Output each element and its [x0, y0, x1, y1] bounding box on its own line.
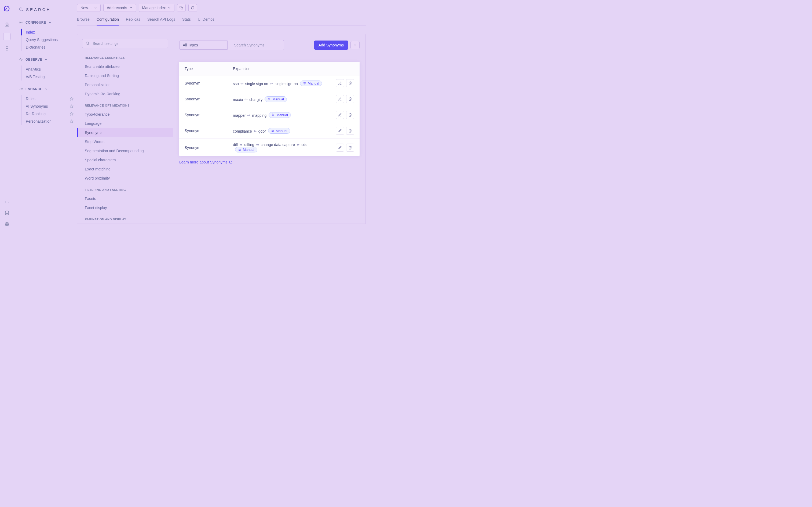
add-records-button[interactable]: Add records	[103, 4, 136, 12]
svg-point-41	[273, 130, 274, 131]
edit-button[interactable]	[336, 144, 344, 152]
sidebar-item-rules[interactable]: Rules	[21, 95, 77, 103]
synonyms-search-box[interactable]	[228, 40, 284, 50]
bidirectional-arrow-icon: ⇔	[240, 81, 244, 86]
settings-item[interactable]: Special characters	[77, 155, 173, 165]
icon-rail	[0, 0, 14, 233]
search-nav-icon[interactable]	[3, 33, 11, 40]
delete-button[interactable]	[346, 79, 354, 87]
svg-point-15	[86, 42, 89, 44]
settings-item[interactable]: Facet display	[77, 203, 173, 212]
section-enhance[interactable]: ENHANCE	[14, 84, 77, 94]
svg-point-5	[5, 211, 9, 212]
enhance-group: Rules AI Synonyms Re-Ranking Personaliza…	[21, 95, 77, 125]
home-icon[interactable]	[4, 21, 10, 27]
copy-button[interactable]	[177, 4, 186, 12]
settings-item[interactable]: Stop Words	[77, 137, 173, 146]
sidebar-item-dictionaries[interactable]: Dictionaries	[21, 44, 77, 51]
sidebar-item-reranking[interactable]: Re-Ranking	[21, 110, 77, 118]
divider	[179, 56, 360, 56]
search-icon	[19, 7, 24, 12]
edit-icon	[338, 97, 342, 101]
refresh-button[interactable]	[188, 4, 197, 12]
sidebar-item-personalization[interactable]: Personalization	[21, 118, 77, 125]
sliders-icon	[238, 148, 241, 151]
bidirectional-arrow-icon: ⇔	[256, 143, 259, 147]
data-icon[interactable]	[4, 210, 10, 216]
synonyms-search-input[interactable]	[234, 43, 281, 47]
settings-item[interactable]: Searchable attributes	[77, 62, 173, 71]
tab-replicas[interactable]: Replicas	[126, 17, 140, 25]
tab-search-api-logs[interactable]: Search API Logs	[147, 17, 175, 25]
settings-item[interactable]: Exact matching	[77, 165, 173, 174]
tab-browse[interactable]: Browse	[77, 17, 90, 25]
settings-item[interactable]: Dynamic Re-Ranking	[77, 90, 173, 99]
tab-ui-demos[interactable]: UI Demos	[198, 17, 215, 25]
section-observe[interactable]: OBSERVE	[14, 55, 77, 64]
edit-button[interactable]	[336, 111, 344, 119]
row-expansion: diff⇔diffing⇔change data capture⇔cdcManu…	[233, 143, 330, 153]
settings-group-title: FILTERING AND FACETING	[77, 183, 173, 194]
manual-badge: Manual	[235, 147, 257, 153]
settings-item[interactable]: Language	[77, 119, 173, 128]
section-label: ENHANCE	[25, 87, 42, 91]
svg-point-23	[305, 83, 305, 83]
edit-icon	[338, 81, 342, 85]
tab-stats[interactable]: Stats	[182, 17, 191, 25]
add-synonyms-dropdown[interactable]	[350, 41, 360, 49]
add-synonyms-button[interactable]: Add Synonyms	[314, 41, 348, 50]
recommend-icon[interactable]	[4, 46, 10, 52]
row-expansion: sso⇔single sign on⇔single sign-onManual	[233, 80, 330, 86]
sidebar-item-ai-synonyms[interactable]: AI Synonyms	[21, 103, 77, 110]
star-icon[interactable]	[70, 104, 73, 108]
settings-item[interactable]: Word proximity	[77, 174, 173, 183]
delete-button[interactable]	[346, 127, 354, 135]
type-filter-select[interactable]: All Types	[179, 41, 228, 50]
settings-item[interactable]: Facets	[77, 194, 173, 203]
table-row: Synonymmaxio⇔chargifyManual	[179, 91, 360, 107]
settings-group-title: RELEVANCE ESSENTIALS	[77, 51, 173, 62]
svg-point-35	[274, 115, 274, 115]
settings-item[interactable]: Personalization	[77, 80, 173, 90]
row-actions	[330, 95, 354, 103]
sidebar-item-ab-testing[interactable]: A/B Testing	[21, 73, 77, 80]
delete-button[interactable]	[346, 95, 354, 103]
settings-search-box[interactable]	[82, 39, 168, 48]
learn-more-link[interactable]: Learn more about Synonyms	[179, 160, 360, 164]
manage-index-button[interactable]: Manage index	[139, 4, 175, 12]
sliders-icon	[303, 81, 306, 85]
settings-column: RELEVANCE ESSENTIALSSearchable attribute…	[77, 34, 173, 224]
delete-button[interactable]	[346, 111, 354, 119]
star-icon[interactable]	[70, 112, 73, 116]
settings-item[interactable]: Synonyms	[77, 128, 173, 137]
settings-search-input[interactable]	[93, 41, 165, 46]
sidebar-item-index[interactable]: Index	[21, 29, 77, 36]
bidirectional-arrow-icon: ⇔	[239, 143, 243, 147]
edit-button[interactable]	[336, 127, 344, 135]
new-button[interactable]: New…	[77, 4, 101, 12]
external-link-icon	[229, 161, 232, 164]
row-type: Synonym	[185, 128, 233, 133]
tabs: Browse Configuration Replicas Search API…	[77, 12, 366, 26]
gear-icon[interactable]	[4, 221, 10, 227]
sidebar-item-query-suggestions[interactable]: Query Suggestions	[21, 36, 77, 44]
delete-button[interactable]	[346, 144, 354, 152]
sidebar-item-analytics[interactable]: Analytics	[21, 65, 77, 73]
row-expansion: mapper⇔mappingManual	[233, 112, 330, 118]
edit-button[interactable]	[336, 79, 344, 87]
chevron-down-icon	[48, 21, 52, 24]
settings-item[interactable]: Typo-tolerance	[77, 110, 173, 119]
svg-point-28	[268, 98, 269, 99]
star-icon[interactable]	[70, 119, 73, 123]
analytics-icon[interactable]	[4, 199, 10, 205]
edit-icon	[338, 146, 342, 150]
svg-point-30	[269, 100, 269, 100]
section-configure[interactable]: CONFIGURE	[14, 18, 77, 27]
star-icon[interactable]	[70, 97, 73, 101]
settings-item[interactable]: Ranking and Sorting	[77, 71, 173, 80]
edit-button[interactable]	[336, 95, 344, 103]
trend-icon	[19, 87, 23, 91]
settings-item[interactable]: Segmentation and Decompounding	[77, 146, 173, 155]
settings-group-title: PAGINATION AND DISPLAY	[77, 212, 173, 224]
tab-configuration[interactable]: Configuration	[97, 17, 119, 25]
